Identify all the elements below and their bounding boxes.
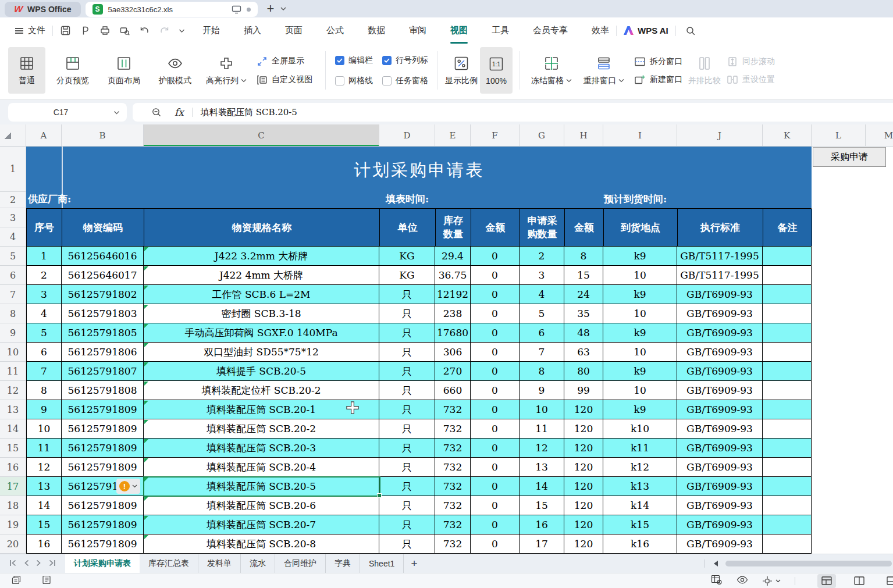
save-icon[interactable]	[60, 25, 71, 36]
cell-I11[interactable]: k9	[603, 362, 677, 381]
cell-E18[interactable]: 732	[435, 496, 471, 515]
cell-K18[interactable]	[763, 496, 812, 515]
cell-G11[interactable]: 8	[520, 362, 564, 381]
cell-F19[interactable]: 0	[471, 515, 520, 534]
cell-K5[interactable]	[763, 247, 812, 266]
cell-B15[interactable]: 56125791809	[62, 439, 144, 458]
window-button-重排窗口[interactable]: 重排窗口	[579, 47, 628, 94]
cell-H19[interactable]: 120	[564, 515, 603, 534]
cell-F13[interactable]: 0	[471, 400, 520, 419]
cell-G9[interactable]: 6	[520, 323, 564, 343]
cell-J17[interactable]: GB/T6909-93	[677, 477, 763, 496]
undo-icon[interactable]	[139, 25, 150, 36]
cell-C8[interactable]: 密封圈 SCB.3-18	[144, 304, 379, 323]
row-header-13[interactable]: 13	[0, 400, 26, 419]
cell-C15[interactable]: 填料装配压筒 SCB.20-3	[144, 439, 379, 458]
sheet-tab-流水[interactable]: 流水	[241, 554, 275, 573]
cell-H20[interactable]: 120	[564, 534, 603, 554]
menu-item-插入[interactable]: 插入	[244, 17, 261, 44]
cell-J10[interactable]: GB/T6909-93	[677, 343, 763, 362]
cell-D10[interactable]: 只	[379, 343, 435, 362]
cell-B7[interactable]: 56125791802	[62, 285, 144, 304]
cell-A9[interactable]: 5	[26, 323, 62, 343]
table-title-banner[interactable]: 计划采购申请表 供应厂商: 填表时间: 预计到货时间:	[26, 147, 812, 208]
cell-K7[interactable]	[763, 285, 812, 304]
cell-C10[interactable]: 双口型油封 SD55*75*12	[144, 343, 379, 362]
sheet-tab-合同维护[interactable]: 合同维护	[275, 554, 326, 573]
cell-A12[interactable]: 8	[26, 381, 62, 400]
cell-G10[interactable]: 7	[520, 343, 564, 362]
cell-B20[interactable]: 56125791809	[62, 534, 144, 554]
print-preview-icon[interactable]	[119, 25, 130, 36]
row-header-10[interactable]: 10	[0, 343, 26, 362]
tab-list-chevron[interactable]	[280, 6, 287, 11]
first-sheet-button[interactable]	[9, 559, 17, 568]
table-header-2[interactable]: 物资编码	[62, 209, 144, 246]
menu-item-效率[interactable]: 效率	[592, 17, 609, 44]
redo-icon[interactable]	[159, 25, 170, 36]
cell-C11[interactable]: 填料提手 SCB.20-5	[144, 362, 379, 381]
view-button-护眼模式[interactable]: 护眼模式	[151, 47, 199, 94]
row-header-11[interactable]: 11	[0, 362, 26, 381]
macro-status-icon[interactable]	[12, 575, 22, 586]
cell-G16[interactable]: 13	[520, 458, 564, 477]
checkbox-box[interactable]	[335, 56, 344, 65]
cell-B6[interactable]: 56125646017	[62, 266, 144, 285]
row-header-3[interactable]: 3	[0, 208, 26, 227]
cell-I6[interactable]: 10	[603, 266, 677, 285]
sheet-tab-发料单[interactable]: 发料单	[198, 554, 241, 573]
menu-item-工具[interactable]: 工具	[492, 17, 509, 44]
cell-K9[interactable]	[763, 323, 812, 343]
cell-C13[interactable]: 填料装配压筒 SCB.20-1	[144, 400, 379, 419]
row-header-2[interactable]: 2	[0, 192, 26, 208]
row-header-14[interactable]: 14	[0, 419, 26, 439]
cell-E20[interactable]: 732	[435, 534, 471, 554]
column-header-H[interactable]: H	[564, 124, 603, 147]
cell-C6[interactable]: J422 4mm 大桥牌	[144, 266, 379, 285]
column-header-E[interactable]: E	[435, 124, 471, 147]
page-break-toggle[interactable]	[883, 574, 893, 588]
cell-K19[interactable]	[763, 515, 812, 534]
cell-E17[interactable]: 732	[435, 477, 471, 496]
cell-K20[interactable]	[763, 534, 812, 554]
cell-H13[interactable]: 120	[564, 400, 603, 419]
row-header-18[interactable]: 18	[0, 496, 26, 515]
cell-F5[interactable]: 0	[471, 247, 520, 266]
cell-F11[interactable]: 0	[471, 362, 520, 381]
cell-K17[interactable]	[763, 477, 812, 496]
checkbox-box[interactable]	[382, 76, 392, 85]
cell-K12[interactable]	[763, 381, 812, 400]
cell-D8[interactable]: 只	[379, 304, 435, 323]
cell-J16[interactable]: GB/T6909-93	[677, 458, 763, 477]
cell-A6[interactable]: 2	[26, 266, 62, 285]
sheet-tab-计划采购申请表[interactable]: 计划采购申请表	[65, 554, 140, 573]
cell-H16[interactable]: 120	[564, 458, 603, 477]
cell-F6[interactable]: 0	[471, 266, 520, 285]
cell-C18[interactable]: 填料装配压筒 SCB.20-6	[144, 496, 379, 515]
row-header-4[interactable]: 4	[0, 227, 26, 247]
cell-H15[interactable]: 120	[564, 439, 603, 458]
cell-D15[interactable]: 只	[379, 439, 435, 458]
outline-view-icon[interactable]	[42, 575, 51, 586]
cell-A19[interactable]: 15	[26, 515, 62, 534]
checkbox-任务窗格[interactable]: 任务窗格	[382, 74, 428, 88]
move-mode-icon[interactable]	[762, 576, 781, 586]
table-settings-icon[interactable]	[711, 575, 723, 587]
zoom-out-icon[interactable]	[151, 107, 162, 117]
cell-K6[interactable]	[763, 266, 812, 285]
cell-G6[interactable]: 3	[520, 266, 564, 285]
row-header-8[interactable]: 8	[0, 304, 26, 323]
cell-A7[interactable]: 3	[26, 285, 62, 304]
hamburger-icon[interactable]	[15, 28, 23, 34]
cell-C17[interactable]: 填料装配压筒 SCB.20-5	[144, 477, 379, 496]
table-header-3[interactable]: 物资规格名称	[144, 209, 380, 246]
cell-B11[interactable]: 56125791807	[62, 362, 144, 381]
cell-H8[interactable]: 35	[564, 304, 603, 323]
new-tab-button[interactable]: +	[267, 2, 275, 15]
cell-F10[interactable]: 0	[471, 343, 520, 362]
cell-J8[interactable]: GB/T6909-93	[677, 304, 763, 323]
cell-E19[interactable]: 732	[435, 515, 471, 534]
wps-home-tab[interactable]: W WPS Office	[5, 2, 81, 17]
column-header-A[interactable]: A	[26, 124, 62, 147]
cell-G5[interactable]: 2	[520, 247, 564, 266]
